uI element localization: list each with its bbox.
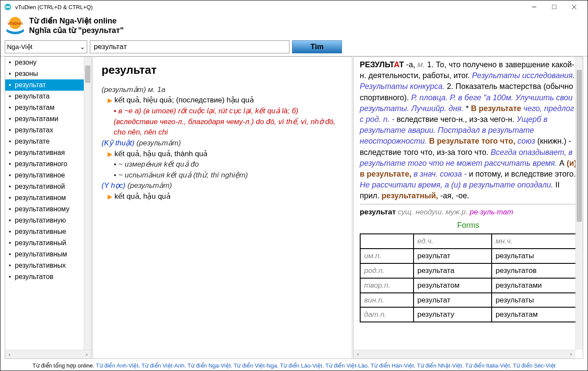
logo-icon: vTuDien <box>5 15 26 36</box>
footer-link[interactable]: Từ điển Việt-Anh. <box>140 362 186 369</box>
scroll-right-icon[interactable]: › <box>567 350 575 358</box>
svg-rect-3 <box>552 5 556 9</box>
sidebar-item[interactable]: результатами <box>5 113 91 125</box>
sidebar-item[interactable]: результативных <box>5 260 91 271</box>
titlebar: vTuDien (CTRL+D & CTRL+Q) <box>0 0 588 13</box>
med-label: (Y học) <box>102 181 125 190</box>
table-row: род.п.результатарезультатов <box>360 263 576 278</box>
sidebar-item[interactable]: резоны <box>5 68 91 79</box>
bullet-icon: ▶ <box>108 97 112 104</box>
header: vTuDien Từ điển Nga-Việt online Nghĩa củ… <box>0 13 588 38</box>
reference-panel: РЕЗУЛЬТАТ -а, м. 1. То, что получено в з… <box>353 56 583 359</box>
footer-link[interactable]: Từ điển Nhật-Việt. <box>415 362 463 369</box>
scroll-right-icon[interactable]: › <box>82 350 91 358</box>
word-list-sidebar: резонурезонырезультатрезультатарезультат… <box>5 56 92 359</box>
sidebar-item[interactable]: результативные <box>5 226 91 237</box>
svg-text:vTuDien: vTuDien <box>8 21 23 26</box>
med-gloss: kết quả, hậu quả <box>115 192 171 200</box>
footer-link[interactable]: Từ điển Hàn-Việt. <box>369 362 416 369</box>
table-row: вин.п.результатрезультаты <box>360 293 576 308</box>
search-button[interactable]: Tìm <box>292 40 342 53</box>
sidebar-item[interactable]: результате <box>5 136 91 147</box>
footer-link[interactable]: Từ điển Séc-Việt <box>512 362 556 369</box>
header-title-2: Nghĩa của từ "результат" <box>29 26 124 35</box>
table-row: твор.п.результатомрезультатами <box>360 278 576 293</box>
entry-pronunciation: (результа́т) <box>102 85 146 94</box>
search-bar: Nga-Việt ⌄ Tìm <box>0 38 588 56</box>
sidebar-item[interactable]: результативный <box>5 237 91 249</box>
sidebar-item[interactable]: результативного <box>5 158 91 170</box>
tech-sub-2: • ~ испыта́ния kết quả (thử, thí nghiệm) <box>114 170 343 181</box>
sidebar-scrollbar-vertical[interactable] <box>84 57 91 350</box>
sidebar-item[interactable]: результатах <box>5 125 91 136</box>
svg-rect-1 <box>6 7 10 8</box>
app-icon <box>4 3 12 11</box>
sidebar-item[interactable]: результата <box>5 91 91 102</box>
right-scrollbar-horizontal[interactable]: ‹ › <box>354 350 575 358</box>
sidebar-item[interactable]: результат <box>5 79 91 91</box>
sense-1: kết quả, hiệu quả; (последствие) hậu quả <box>115 96 254 104</box>
sidebar-item[interactable]: результативному <box>5 204 91 215</box>
scroll-left-icon[interactable]: ‹ <box>354 350 362 358</box>
right-scrollbar-vertical[interactable] <box>575 57 583 350</box>
sidebar-item[interactable]: результатам <box>5 102 91 113</box>
footer-link[interactable]: Từ điển Anh-Việt. <box>96 362 140 369</box>
scroll-left-icon[interactable]: ‹ <box>5 350 14 358</box>
chevron-down-icon: ⌄ <box>80 43 85 50</box>
tech-label: (Kỹ thuật) <box>102 139 135 147</box>
search-input[interactable] <box>90 40 289 53</box>
form-summary: результат сущ. неодуш. муж.р. ре·зуль·та… <box>360 207 577 217</box>
footer-link[interactable]: Từ điển Nga-Việt. <box>186 362 233 369</box>
tech-gloss: kết quả, hậu quả, thành quả <box>115 150 207 158</box>
window-title: vTuDien (CTRL+D & CTRL+Q) <box>15 4 524 10</box>
sub-sense-1: • в ~е a) (в итоге) rốt cuộc lại, rút cụ… <box>114 106 343 138</box>
language-select-value: Nga-Việt <box>7 43 33 51</box>
footer-link[interactable]: Từ điển Italia-Việt. <box>463 362 511 369</box>
table-row: дат.п.результатурезультатам <box>360 307 576 322</box>
sidebar-scrollbar-horizontal[interactable]: ‹ › <box>5 350 91 358</box>
footer-link[interactable]: Từ điển Lào-Việt. <box>279 362 324 369</box>
footer-link[interactable]: Từ điển Việt-Nga. <box>232 362 279 369</box>
definition-panel: результат (результа́т) м. 1a ▶ kết quả, … <box>92 56 352 359</box>
footer-link[interactable]: Từ điển Việt-Lào. <box>324 362 369 369</box>
close-button[interactable] <box>564 0 584 13</box>
sidebar-item[interactable]: результативную <box>5 215 91 226</box>
sidebar-item[interactable]: результативное <box>5 170 91 181</box>
minimize-button[interactable] <box>524 0 544 13</box>
sidebar-item[interactable]: результативная <box>5 147 91 158</box>
sidebar-item[interactable]: результативной <box>5 181 91 192</box>
sidebar-item[interactable]: резону <box>5 57 91 68</box>
footer: Từ điển tổng hợp online. Từ điển Anh-Việ… <box>0 361 588 371</box>
forms-title: Forms <box>360 220 577 231</box>
ref-headword: РЕЗУЛЬТАТ -а, м. 1. То, что получено в з… <box>360 59 577 201</box>
table-row: им.п.результатрезультаты <box>360 249 576 263</box>
sidebar-item[interactable]: результативным <box>5 249 91 260</box>
language-select[interactable]: Nga-Việt ⌄ <box>5 40 87 53</box>
tech-sub-1: • ~ измере́ния kết quả đo <box>114 159 343 170</box>
sidebar-item[interactable]: результативном <box>5 192 91 204</box>
header-title-1: Từ điển Nga-Việt online <box>29 16 124 26</box>
sidebar-item[interactable]: результатов <box>5 271 91 282</box>
forms-table: ед.ч.мн.ч. им.п.результатрезультатырод.п… <box>360 233 577 322</box>
maximize-button[interactable] <box>544 0 564 13</box>
entry-headword: результат <box>102 62 343 79</box>
